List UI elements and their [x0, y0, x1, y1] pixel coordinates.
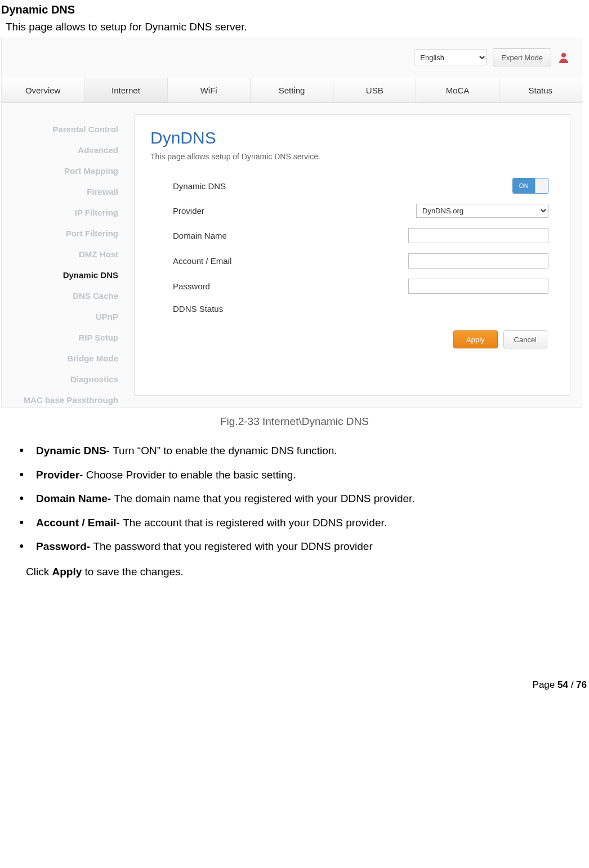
pageno-pre: Page [533, 679, 557, 690]
pageno-total: 76 [576, 679, 587, 690]
toggle-on-label: ON [513, 178, 535, 193]
router-ui-screenshot: English Expert Mode Overview Internet Wi… [1, 38, 582, 408]
top-bar: English Expert Mode [2, 38, 582, 78]
language-select[interactable]: English [414, 50, 487, 65]
row-password: Password [150, 279, 554, 294]
bullet-term: Password- [36, 540, 93, 552]
bullet-text: Choose Provider to enable the basic sett… [86, 469, 296, 481]
sidebar-item-dmz-host[interactable]: DMZ Host [79, 249, 134, 259]
list-item: Account / Email- The account that is reg… [23, 516, 589, 540]
panel-subtitle: This page allows setup of Dynamic DNS se… [150, 152, 554, 161]
bullet-term: Dynamic DNS- [36, 445, 113, 457]
user-icon[interactable] [557, 51, 570, 64]
closing-pre: Click [26, 566, 52, 578]
row-dynamic-dns: Dynamic DNS ON [150, 178, 554, 194]
closing-post: to save the changes. [82, 566, 184, 578]
expert-mode-button[interactable]: Expert Mode [493, 48, 551, 66]
actions-row: Apply Cancel [150, 330, 554, 348]
bullet-text: Turn “ON” to enable the dynamic DNS func… [113, 445, 337, 457]
description-list: Dynamic DNS- Turn “ON” to enable the dyn… [0, 444, 589, 563]
toggle-knob-icon [535, 178, 548, 193]
bullet-term: Account / Email- [36, 517, 123, 529]
sidebar-item-dynamic-dns[interactable]: Dynamic DNS [63, 270, 134, 280]
bullet-text: The password that you registered with yo… [93, 540, 372, 552]
dynamic-dns-toggle[interactable]: ON [512, 178, 548, 194]
tab-usb[interactable]: USB [333, 78, 416, 102]
list-item: Dynamic DNS- Turn “ON” to enable the dyn… [23, 444, 589, 468]
sidebar-item-dns-cache[interactable]: DNS Cache [73, 291, 134, 301]
doc-heading: Dynamic DNS [0, 0, 589, 16]
sidebar: Parental Control Advanced Port Mapping F… [2, 103, 134, 407]
label-provider: Provider [150, 206, 353, 216]
bullet-text: The account that is registered with your… [123, 517, 387, 529]
list-item: Domain Name- The domain name that you re… [23, 491, 589, 516]
sidebar-item-upnp[interactable]: UPnP [96, 312, 134, 321]
label-dynamic-dns: Dynamic DNS [150, 181, 353, 191]
sidebar-item-firewall[interactable]: Firewall [87, 187, 134, 196]
row-domain-name: Domain Name [150, 228, 554, 243]
body-area: Parental Control Advanced Port Mapping F… [2, 103, 582, 407]
row-ddns-status: DDNS Status [150, 304, 554, 314]
sidebar-item-diagnostics[interactable]: Diagnostics [70, 374, 134, 384]
sidebar-item-advanced[interactable]: Advanced [78, 145, 134, 155]
tab-wifi[interactable]: WiFi [168, 78, 251, 102]
row-account-email: Account / Email [150, 253, 554, 269]
sidebar-item-ip-filtering[interactable]: IP Filtering [75, 208, 134, 217]
label-password: Password [150, 281, 353, 291]
figure-caption: Fig.2-33 Internet\Dynamic DNS [0, 415, 589, 428]
doc-intro: This page allows to setup for Dynamic DN… [0, 16, 589, 35]
panel-title: DynDNS [150, 128, 554, 147]
main-nav-tabs: Overview Internet WiFi Setting USB MoCA … [2, 78, 582, 103]
closing-bold: Apply [52, 566, 82, 578]
bullet-term: Provider- [36, 469, 86, 481]
pageno-sep: / [568, 679, 576, 690]
sidebar-item-bridge-mode[interactable]: Bridge Mode [67, 354, 134, 363]
svg-point-0 [561, 53, 566, 57]
domain-name-input[interactable] [408, 228, 548, 243]
account-email-input[interactable] [408, 253, 548, 269]
bullet-term: Domain Name- [36, 493, 114, 504]
tab-moca[interactable]: MoCA [416, 78, 499, 102]
cancel-button[interactable]: Cancel [503, 330, 547, 348]
row-provider: Provider DynDNS.org [150, 204, 554, 218]
sidebar-item-port-filtering[interactable]: Port Filtering [66, 229, 134, 238]
pageno-cur: 54 [557, 679, 568, 690]
sidebar-item-mac-base-passthrough[interactable]: MAC base Passthrough [24, 395, 134, 405]
tab-setting[interactable]: Setting [251, 78, 333, 102]
list-item: Provider- Choose Provider to enable the … [23, 468, 589, 492]
settings-panel: DynDNS This page allows setup of Dynamic… [134, 114, 570, 396]
provider-select[interactable]: DynDNS.org [416, 204, 548, 218]
bullet-text: The domain name that you registered with… [114, 493, 414, 504]
label-ddns-status: DDNS Status [150, 304, 353, 314]
tab-status[interactable]: Status [499, 78, 582, 102]
label-domain-name: Domain Name [150, 231, 353, 240]
sidebar-item-rip-setup[interactable]: RIP Setup [78, 333, 134, 342]
sidebar-item-parental-control[interactable]: Parental Control [52, 124, 134, 134]
label-account-email: Account / Email [150, 256, 353, 266]
page-number: Page 54 / 76 [0, 578, 589, 701]
list-item: Password- The password that you register… [23, 539, 589, 563]
sidebar-item-port-mapping[interactable]: Port Mapping [64, 166, 134, 176]
closing-line: Click Apply to save the changes. [0, 563, 589, 578]
tab-internet[interactable]: Internet [84, 78, 167, 102]
apply-button[interactable]: Apply [453, 330, 498, 348]
password-input[interactable] [408, 279, 548, 294]
tab-overview[interactable]: Overview [2, 78, 84, 102]
